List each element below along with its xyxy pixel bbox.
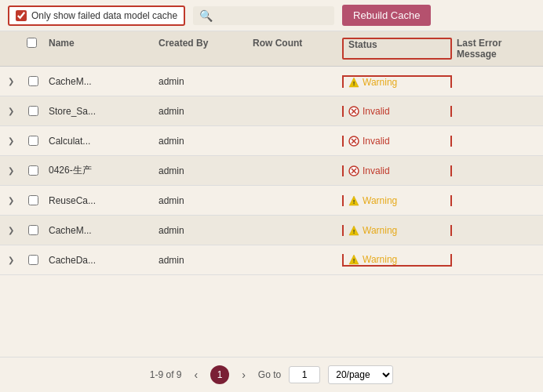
row-expand-arrow[interactable]: ❯ <box>0 107 22 115</box>
row-status: Invalid <box>342 106 452 117</box>
search-box[interactable]: 🔍 <box>193 6 334 25</box>
row-expand-arrow[interactable]: ❯ <box>0 166 22 175</box>
svg-text:!: ! <box>353 228 355 235</box>
search-icon: 🔍 <box>199 9 213 22</box>
col-created-by-header: Created By <box>154 38 248 60</box>
select-all-checkbox[interactable] <box>27 38 37 48</box>
invalid-icon <box>348 106 359 117</box>
col-row-count-header: Row Count <box>248 38 342 60</box>
row-status: Invalid <box>342 165 452 176</box>
row-name: ReuseCa... <box>44 195 154 206</box>
table-header-row: Name Created By Row Count Status Last Er… <box>0 31 543 67</box>
goto-label: Go to <box>258 369 281 380</box>
table-row: ❯ Calculat... admin Invalid <box>0 126 543 156</box>
svg-text:!: ! <box>353 198 355 205</box>
row-checkbox[interactable] <box>22 225 44 235</box>
current-page-number: 1 <box>217 369 223 380</box>
warning-icon: ! <box>348 77 359 88</box>
goto-input[interactable] <box>289 366 320 383</box>
row-checkbox[interactable] <box>22 76 44 86</box>
row-created-by: admin <box>154 76 248 87</box>
table-row: ❯ ReuseCa... admin ! Warning <box>0 186 543 216</box>
per-page-select[interactable]: 10/page 20/page 50/page 100/page <box>328 365 393 384</box>
row-status: ! Warning <box>342 195 452 206</box>
status-text: Invalid <box>363 106 390 117</box>
status-text: Invalid <box>363 136 390 147</box>
row-name: 0426-生产 <box>44 164 154 177</box>
row-checkbox[interactable] <box>22 255 44 265</box>
status-text: Warning <box>363 77 397 88</box>
row-created-by: admin <box>154 136 248 147</box>
row-expand-arrow[interactable]: ❯ <box>0 226 22 234</box>
row-expand-arrow[interactable]: ❯ <box>0 136 22 145</box>
pagination-range: 1-9 of 9 <box>150 369 182 380</box>
warning-icon: ! <box>348 225 359 236</box>
warning-icon: ! <box>348 254 359 265</box>
svg-text:!: ! <box>353 80 355 87</box>
filter-checkbox-container[interactable]: Only show failed data model cache <box>8 5 185 26</box>
svg-text:!: ! <box>353 257 355 264</box>
table-row: ❯ 0426-生产 admin Invalid <box>0 156 543 186</box>
row-checkbox[interactable] <box>22 136 44 146</box>
row-created-by: admin <box>154 106 248 117</box>
top-bar: Only show failed data model cache 🔍 Rebu… <box>0 0 543 31</box>
status-text: Invalid <box>363 165 390 176</box>
next-page-button[interactable]: › <box>237 367 250 383</box>
status-text: Warning <box>363 254 397 265</box>
row-created-by: admin <box>154 255 248 266</box>
status-text: Warning <box>363 195 397 206</box>
rebuild-cache-button[interactable]: Rebuild Cache <box>342 5 431 26</box>
col-select <box>22 38 44 60</box>
row-status: ! Warning <box>342 75 452 88</box>
row-checkbox[interactable] <box>22 195 44 205</box>
invalid-icon <box>348 165 359 176</box>
footer: 1-9 of 9 ‹ 1 › Go to 10/page 20/page 50/… <box>0 357 543 392</box>
table-container: Name Created By Row Count Status Last Er… <box>0 31 543 275</box>
prev-page-button[interactable]: ‹ <box>190 367 203 383</box>
current-page-indicator: 1 <box>210 365 229 384</box>
status-text: Warning <box>363 225 397 236</box>
col-expand <box>0 38 22 60</box>
row-name: CacheM... <box>44 225 154 236</box>
row-expand-arrow[interactable]: ❯ <box>0 77 22 85</box>
row-created-by: admin <box>154 225 248 236</box>
row-expand-arrow[interactable]: ❯ <box>0 196 22 205</box>
table-row: ❯ CacheM... admin ! Warning <box>0 216 543 245</box>
row-name: CacheDa... <box>44 255 154 266</box>
table-row: ❯ CacheM... admin ! Warning <box>0 67 543 96</box>
col-status-header: Status <box>342 38 452 60</box>
row-created-by: admin <box>154 165 248 176</box>
row-expand-arrow[interactable]: ❯ <box>0 256 22 264</box>
row-name: CacheM... <box>44 76 154 87</box>
row-created-by: admin <box>154 195 248 206</box>
row-checkbox[interactable] <box>22 106 44 116</box>
filter-checkbox[interactable] <box>16 10 27 21</box>
table-row: ❯ Store_Sa... admin Invalid <box>0 96 543 126</box>
row-status: Invalid <box>342 136 452 147</box>
invalid-icon <box>348 136 359 147</box>
table-row: ❯ CacheDa... admin ! Warning <box>0 245 543 275</box>
row-status: ! Warning <box>342 225 452 236</box>
row-checkbox[interactable] <box>22 165 44 176</box>
col-last-error-header: Last Error Message <box>452 38 543 60</box>
row-status: ! Warning <box>342 254 452 267</box>
filter-label: Only show failed data model cache <box>31 10 177 21</box>
row-name: Calculat... <box>44 136 154 147</box>
table-body: ❯ CacheM... admin ! Warning ❯ Store_Sa..… <box>0 67 543 275</box>
col-name-header: Name <box>44 38 154 60</box>
warning-icon: ! <box>348 195 359 206</box>
row-name: Store_Sa... <box>44 106 154 117</box>
